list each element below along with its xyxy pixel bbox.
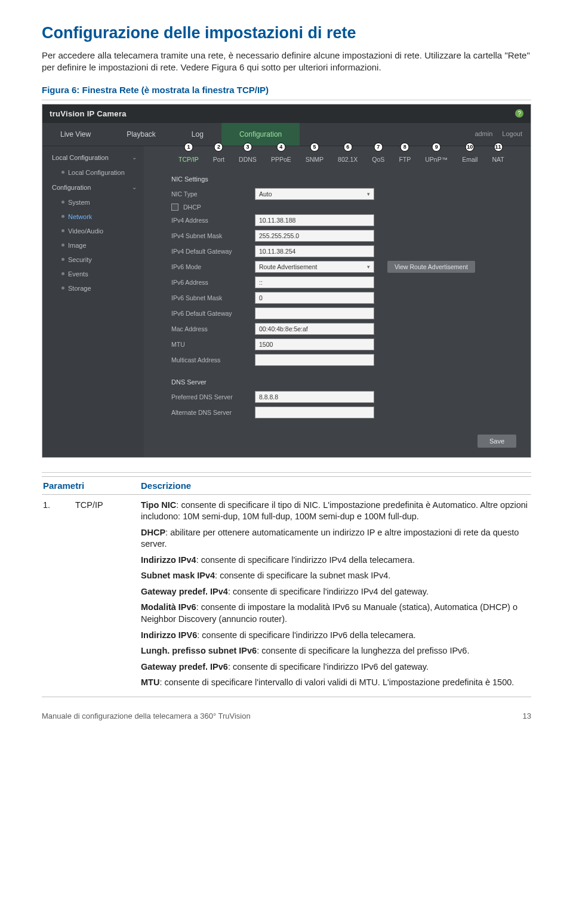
dns-section-label: DNS Server <box>155 374 520 389</box>
bullet-icon <box>61 258 64 261</box>
parameters-table: Parametri Descrizione 1. TCP/IP Tipo NIC… <box>42 476 531 697</box>
sidebar-item-network[interactable]: Network <box>42 210 144 224</box>
sidebar-group-label: Configuration <box>52 184 91 191</box>
ipv6-subnet-input[interactable]: 0 <box>255 292 374 304</box>
nav-spacer <box>300 123 469 146</box>
row-name: TCP/IP <box>74 494 140 697</box>
ipv4-gateway-label: IPv4 Default Gateway <box>171 248 248 255</box>
bullet-icon <box>61 229 64 232</box>
subtab-label: TCP/IP <box>178 156 199 163</box>
ipv4-subnet-input[interactable]: 255.255.255.0 <box>255 230 374 242</box>
sidebar-group-localconfig[interactable]: Local Configuration ⌄ <box>42 150 144 165</box>
callout-3: 3 <box>243 143 252 152</box>
desc-text: : consente di specificare l'indirizzo IP… <box>228 587 429 596</box>
callout-7: 7 <box>374 143 383 152</box>
subtab-label: NAT <box>492 156 504 163</box>
subtab-label: Port <box>213 156 224 163</box>
subtab-pppoe[interactable]: 4PPPoE <box>264 151 298 167</box>
desc-term: Gateway predef. IPv4 <box>141 587 228 596</box>
mac-address-input[interactable]: 00:40:4b:8e:5e:af <box>255 323 374 335</box>
chevron-down-icon: ⌄ <box>132 184 137 190</box>
desc-term: Indirizzo IPv4 <box>141 555 196 565</box>
desc-term: Gateway predef. IPv6 <box>141 662 228 672</box>
mtu-label: MTU <box>171 341 248 348</box>
subtab-label: FTP <box>399 156 411 163</box>
help-icon[interactable]: ? <box>515 109 523 118</box>
nic-type-select[interactable]: Auto <box>255 188 374 200</box>
tab-live-view[interactable]: Live View <box>42 123 109 146</box>
subtab-label: SNMP <box>306 156 324 163</box>
subtab-ddns[interactable]: 3DDNS <box>232 151 264 167</box>
mtu-input[interactable]: 1500 <box>255 338 374 350</box>
sidebar-item-video-audio[interactable]: Video/Audio <box>42 224 144 238</box>
preferred-dns-input[interactable]: 8.8.8.8 <box>255 391 374 403</box>
bullet-icon <box>61 201 64 204</box>
top-nav: Live View Playback Log Configuration adm… <box>42 123 531 146</box>
subtab-label: DDNS <box>239 156 257 163</box>
sidebar-group-configuration[interactable]: Configuration ⌄ <box>42 180 144 195</box>
tab-log[interactable]: Log <box>174 123 221 146</box>
bullet-icon <box>61 215 64 218</box>
divider <box>42 472 531 473</box>
sidebar-item-label: Video/Audio <box>68 227 103 235</box>
tab-configuration[interactable]: Configuration <box>221 123 300 146</box>
callout-8: 8 <box>401 143 409 152</box>
sidebar-item-local-configuration[interactable]: Local Configuration <box>42 165 144 180</box>
ipv6-address-input[interactable]: :: <box>255 276 374 288</box>
sidebar-item-label: Events <box>68 270 88 278</box>
preferred-dns-label: Preferred DNS Server <box>171 393 248 401</box>
sidebar-item-label: System <box>68 199 90 206</box>
subtab-nat[interactable]: 11NAT <box>485 151 511 167</box>
tab-playback[interactable]: Playback <box>109 123 174 146</box>
subtab-ftp[interactable]: 8FTP <box>392 151 418 167</box>
brand-bar: truVision IP Camera ? <box>42 104 531 123</box>
desc-text: : consente di specificare l'indirizzo IP… <box>197 630 415 640</box>
ipv4-gateway-input[interactable]: 10.11.38.254 <box>255 245 374 257</box>
sidebar-item-security[interactable]: Security <box>42 252 144 267</box>
desc-text: : abilitare per ottenere automaticamente… <box>141 528 519 549</box>
nic-type-label: NIC Type <box>171 190 248 198</box>
bullet-icon <box>61 171 64 174</box>
view-route-advert-button[interactable]: View Route Advertisement <box>387 261 475 273</box>
mac-address-label: Mac Address <box>171 325 248 332</box>
ipv4-address-label: IPv4 Address <box>171 217 248 224</box>
ipv4-subnet-label: IPv4 Subnet Mask <box>171 232 248 239</box>
sidebar-item-label: Local Configuration <box>68 169 125 176</box>
subtab-tcpip[interactable]: 1TCP/IP <box>171 151 206 167</box>
desc-text: : consente di specificare il tipo di NIC… <box>141 500 528 522</box>
desc-text: : consente di specificare l'indirizzo IP… <box>228 662 429 672</box>
desc-term: Tipo NIC <box>141 500 176 510</box>
subtab-upnp[interactable]: 9UPnP™ <box>418 151 455 167</box>
main-panel: 1TCP/IP 2Port 3DDNS 4PPPoE 5SNMP 6802.1X… <box>144 146 531 457</box>
sidebar-item-storage[interactable]: Storage <box>42 281 144 295</box>
desc-term: Indirizzo IPV6 <box>141 630 197 640</box>
multicast-input[interactable] <box>255 354 374 366</box>
ipv4-address-input[interactable]: 10.11.38.188 <box>255 214 374 226</box>
logout-link[interactable]: Logout <box>498 123 531 146</box>
dhcp-label: DHCP <box>183 204 201 211</box>
row-dhcp: DHCP <box>155 202 520 212</box>
subtab-port[interactable]: 2Port <box>206 151 232 167</box>
sidebar-item-label: Security <box>68 256 92 263</box>
save-button[interactable]: Save <box>478 435 516 448</box>
subtab-8021x[interactable]: 6802.1X <box>331 151 365 167</box>
desc-text: : consente di specificare l'indirizzo IP… <box>196 555 415 565</box>
figure-caption: Figura 6: Finestra Rete (è mostrata la f… <box>42 85 531 95</box>
dhcp-checkbox[interactable] <box>171 204 178 211</box>
subtab-qos[interactable]: 7QoS <box>365 151 392 167</box>
ipv6-mode-select[interactable]: Route Advertisement <box>255 261 374 273</box>
sidebar-item-system[interactable]: System <box>42 195 144 210</box>
sidebar-item-image[interactable]: Image <box>42 238 144 252</box>
save-bar: Save <box>155 429 520 448</box>
desc-text: : consente di impostare la modalità IPv6… <box>141 602 517 624</box>
desc-text: : consente di specificare la lunghezza d… <box>257 646 469 655</box>
alternate-dns-input[interactable] <box>255 406 374 418</box>
ipv6-gateway-input[interactable] <box>255 307 374 319</box>
user-label: admin <box>469 123 498 146</box>
subtab-snmp[interactable]: 5SNMP <box>298 151 331 167</box>
callout-5: 5 <box>310 143 319 152</box>
sidebar-item-label: Storage <box>68 285 91 292</box>
callout-11: 11 <box>494 143 503 152</box>
subtab-email[interactable]: 10Email <box>455 151 485 167</box>
sidebar-item-events[interactable]: Events <box>42 267 144 281</box>
